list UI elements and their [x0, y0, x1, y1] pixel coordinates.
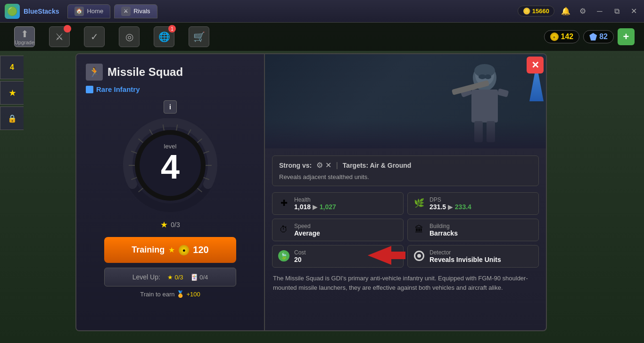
globe-icon[interactable]: 🌐 1: [154, 26, 174, 47]
levelup-cards: 🃏 0/4: [190, 274, 208, 281]
troops-icon[interactable]: ⚔: [49, 26, 70, 47]
svg-point-21: [485, 74, 491, 79]
map-icon[interactable]: ◎: [119, 26, 140, 47]
train-earn-label: Train to earn: [140, 291, 174, 298]
soldier-svg: [438, 54, 532, 148]
level-dial: level 4: [123, 118, 217, 212]
bluestacks-logo: 🟢: [5, 4, 20, 19]
cart-icon[interactable]: 🛒: [189, 26, 209, 47]
info-panel: Strong vs: ⚙ ✕ | Targets: Air & Ground R…: [265, 148, 546, 330]
stars-count: 0/3: [171, 221, 180, 229]
info-button[interactable]: i: [164, 100, 177, 114]
speed-label: Speed: [294, 223, 320, 229]
health-label: Health: [294, 196, 336, 203]
building-stat: 🏛 Building Barracks: [407, 219, 539, 241]
rarity-label: Rare Infantry: [96, 85, 140, 93]
training-label: Training: [132, 245, 165, 255]
globe-badge: 1: [168, 25, 176, 33]
coin-amount: 15660: [532, 8, 549, 15]
earn-icon: 🏅: [176, 290, 184, 298]
home-tab[interactable]: 🏠 Home: [67, 4, 110, 18]
stats-row-2: ⏱ Speed Average 🏛 Building Barracks: [272, 219, 539, 241]
gem-currency: 82: [583, 30, 614, 43]
svg-rect-24: [497, 88, 509, 97]
health-content: Health 1,018 ▶ 1,027: [294, 196, 336, 211]
close-icon[interactable]: ✕: [628, 6, 639, 17]
strong-vs-row: Strong vs: ⚙ ✕ | Targets: Air & Ground: [279, 161, 532, 170]
home-tab-label: Home: [87, 8, 103, 15]
strong-vs-box: Strong vs: ⚙ ✕ | Targets: Air & Ground R…: [272, 155, 539, 186]
add-currency-button[interactable]: +: [618, 28, 635, 45]
dps-icon: 🌿: [413, 196, 426, 210]
levelup-label: Level Up:: [132, 273, 160, 281]
side-levels: 4 ★ 🔒: [0, 51, 24, 135]
card-title-row: 🏃 Missile Squad: [86, 64, 255, 81]
game-tab-label: Rivals: [133, 8, 150, 15]
health-stat: ✚ Health 1,018 ▶ 1,027: [272, 192, 404, 215]
cost-stat: 🍃 Cost 20: [272, 245, 404, 268]
cost-icon-wrapper: 🍃: [277, 249, 290, 262]
cost-content: Cost 20: [294, 249, 306, 263]
restore-icon[interactable]: ⧉: [611, 6, 622, 17]
description-box: The Missile Squad is GDI's primary anti-…: [272, 271, 539, 294]
training-cost: 120: [193, 245, 208, 255]
separator: |: [336, 161, 338, 170]
strong-vs-label: Strong vs:: [279, 162, 312, 169]
side-level-4[interactable]: 4: [0, 56, 24, 79]
cost-value: 20: [294, 256, 306, 263]
bell-icon[interactable]: 🔔: [560, 6, 571, 17]
speed-value: Average: [294, 229, 320, 237]
building-icon: 🏛: [413, 223, 426, 236]
train-earn-row: Train to earn 🏅 +100: [140, 290, 200, 298]
training-coin-icon: ●: [179, 245, 189, 255]
top-hud: ⬆ Upgrade ⚔ ✓ ◎ 🌐 1 🛒 ● 142 8: [0, 23, 644, 51]
main-panel: 🏃 Missile Squad Rare Infantry i: [75, 53, 547, 331]
settings-icon[interactable]: ⚙: [577, 6, 588, 17]
game-tab[interactable]: ⚔ Rivals: [114, 4, 157, 18]
red-arrow-container: [368, 246, 405, 267]
gold-currency: ● 142: [544, 30, 580, 43]
hud-currency: ● 142 82 +: [544, 28, 635, 45]
building-content: Building Barracks: [429, 223, 458, 237]
cost-label: Cost: [294, 249, 306, 256]
stats-row-3: 🍃 Cost 20: [272, 245, 539, 268]
stats-row-1: ✚ Health 1,018 ▶ 1,027 🌿: [272, 192, 539, 215]
speed-content: Speed Average: [294, 223, 320, 237]
right-panel: ✕: [265, 54, 546, 330]
building-value: Barracks: [429, 229, 458, 237]
detector-icon-wrapper: [413, 249, 426, 262]
training-button[interactable]: Training ★ ● 120: [104, 237, 236, 263]
svg-marker-28: [368, 246, 405, 265]
card-rarity-row: Rare Infantry: [86, 85, 255, 93]
detector-content: Detector Reveals Invisible Units: [429, 249, 501, 263]
minimize-icon[interactable]: ─: [594, 6, 605, 17]
game-tab-icon: ⚔: [121, 7, 131, 16]
gem-amount: 82: [599, 33, 608, 41]
side-level-locked[interactable]: 🔒: [0, 106, 24, 130]
health-icon: ✚: [277, 196, 290, 210]
dps-value: 231.5 ▶ 233.4: [429, 203, 471, 211]
building-label: Building: [429, 223, 458, 229]
upgrade-icon[interactable]: ⬆ Upgrade: [14, 26, 35, 47]
unit-icon: 🏃: [86, 64, 103, 81]
game-area: ⬆ Upgrade ⚔ ✓ ◎ 🌐 1 🛒 ● 142 8: [0, 23, 644, 343]
detector-stat: Detector Reveals Invisible Units: [407, 245, 539, 268]
rarity-color-indicator: [86, 86, 93, 93]
svg-rect-27: [487, 121, 495, 142]
hud-nav-icons: ⬆ Upgrade ⚔ ✓ ◎ 🌐 1 🛒: [14, 26, 209, 47]
leaf-icon: 🍃: [278, 250, 289, 261]
taskbar: 🟢 BlueStacks 🏠 Home ⚔ Rivals 🪙 15660 🔔 ⚙…: [0, 0, 644, 23]
speed-stat: ⏱ Speed Average: [272, 219, 404, 241]
gem-icon: [589, 33, 597, 41]
close-button[interactable]: ✕: [527, 57, 544, 74]
side-level-star[interactable]: ★: [0, 81, 24, 105]
coin-display: 🪙 15660: [518, 6, 554, 16]
check-icon[interactable]: ✓: [84, 26, 105, 47]
levelup-stars: ★ 0/3: [167, 274, 183, 281]
vs-icons: ⚙ ✕: [316, 161, 331, 170]
detector-icon: [414, 251, 424, 261]
left-panel: 🏃 Missile Squad Rare Infantry i: [76, 54, 265, 330]
reveals-text-content: Reveals adjacent stealthed units.: [279, 173, 369, 180]
hero-image: [265, 54, 546, 148]
gold-coin-icon: ●: [550, 33, 559, 41]
